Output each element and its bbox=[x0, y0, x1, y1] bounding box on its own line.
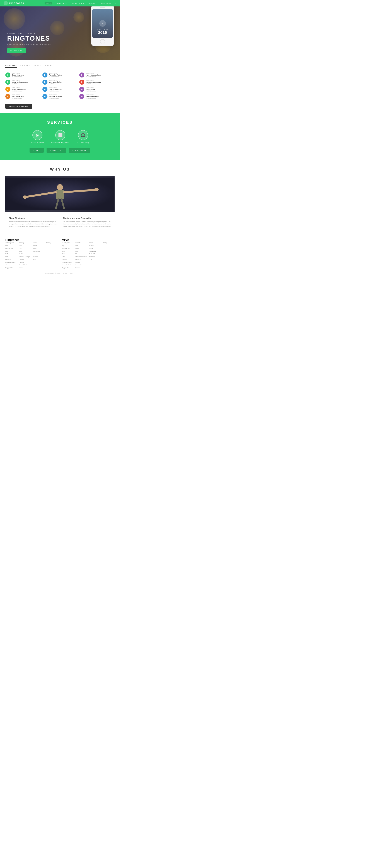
footer-link[interactable]: Political bbox=[75, 261, 87, 264]
ringtone-icon: D bbox=[79, 72, 84, 78]
footer-link[interactable]: Alerts & Alarms bbox=[33, 253, 44, 255]
footer-link[interactable]: Other bbox=[33, 258, 44, 261]
footer-link[interactable]: Comedy bbox=[75, 242, 87, 244]
see-all-button[interactable]: SEE ALL RINGTONES bbox=[5, 104, 32, 108]
sort-tab-relevance[interactable]: RELEVANCE bbox=[5, 64, 17, 68]
ringtone-icon: D bbox=[5, 80, 10, 85]
ringtone-category: Sound Effects bbox=[12, 87, 26, 88]
ringtone-item[interactable]: P Sound Effects 2015 blackberry 26,789 d… bbox=[5, 94, 41, 99]
footer-link[interactable]: Latin bbox=[62, 255, 73, 258]
ringtone-name: Theme Instrumental bbox=[86, 81, 101, 83]
footer-link[interactable]: Other bbox=[89, 258, 101, 261]
footer-link[interactable]: Classical bbox=[19, 258, 31, 261]
footer-link[interactable]: World bbox=[75, 253, 87, 255]
hero-download-button[interactable]: DOWNLOAD bbox=[7, 48, 26, 53]
footer-link[interactable]: Arab Zodiac bbox=[33, 250, 44, 252]
ringtone-item[interactable]: D Sound Effects Romantic Flute... 26,789… bbox=[42, 72, 78, 78]
footer-link[interactable]: Reggae/Ska bbox=[62, 267, 73, 269]
footer-link[interactable]: Sports bbox=[89, 242, 101, 244]
footer-link[interactable]: Rap/Hip Hop bbox=[5, 247, 17, 250]
footer-link[interactable]: World bbox=[19, 253, 31, 255]
ringtone-item[interactable]: D Sound Effects Michael Jackson 26,789 d… bbox=[42, 94, 78, 99]
ringtone-item[interactable]: D Sound Effects Very nice violin... 26,7… bbox=[42, 80, 78, 85]
footer-link[interactable]: Folk bbox=[19, 245, 31, 247]
footer-link[interactable]: Reggae/Ska bbox=[5, 267, 17, 269]
nav-link-ringtones[interactable]: RINGTONES bbox=[55, 2, 68, 4]
footer-link[interactable]: Pop bbox=[62, 245, 73, 247]
ringtone-name: Michael Jackson bbox=[49, 96, 62, 97]
footer-link[interactable]: Pop bbox=[5, 245, 17, 247]
ringtone-icon: S bbox=[5, 72, 10, 78]
sort-tab-rating[interactable]: RATING bbox=[45, 64, 52, 68]
footer-link[interactable]: TV/Movie bbox=[33, 255, 44, 258]
ringtone-item[interactable]: P Sound Effects Sweet Flute Music 26,789… bbox=[5, 87, 41, 92]
footer-link[interactable]: Tactical bbox=[89, 245, 101, 247]
nav-link-contacts[interactable]: CONTACTS bbox=[100, 2, 113, 4]
footer-link[interactable]: Electronic/Dance bbox=[62, 261, 73, 264]
ringtone-name: Hero honda bbox=[86, 88, 96, 90]
ringtones-section: RELEVANCE POPULARITY NEWEST RATING S Sou… bbox=[0, 60, 120, 113]
footer-link[interactable]: Holiday bbox=[103, 242, 115, 244]
footer-link[interactable]: R&B bbox=[62, 253, 73, 255]
footer-link[interactable]: Names bbox=[75, 267, 87, 269]
footer-link[interactable]: Rock bbox=[5, 250, 17, 252]
footer-link[interactable]: Jazz bbox=[19, 250, 31, 252]
footer-link[interactable]: Classical bbox=[75, 258, 87, 261]
footer-link[interactable]: Sound Effects bbox=[75, 264, 87, 266]
footer-link[interactable]: Sound Effects bbox=[19, 264, 31, 266]
footer-link[interactable]: All Categories bbox=[62, 242, 73, 244]
footer-link[interactable]: Holiday bbox=[47, 242, 58, 244]
ringtone-item[interactable]: D Sound Effects Hero honda 26,789 downlo… bbox=[79, 87, 115, 92]
footer-link[interactable]: Alternative/Indie bbox=[62, 264, 73, 266]
footer-link[interactable]: Nature bbox=[33, 247, 44, 250]
search-icon[interactable]: ⌕ bbox=[115, 2, 116, 4]
nav-link-home[interactable]: HOME bbox=[44, 2, 52, 4]
footer-link[interactable]: All Categories bbox=[5, 242, 17, 244]
ringtone-icon: b bbox=[79, 80, 84, 85]
footer-link[interactable]: TV/Movie bbox=[89, 255, 101, 258]
footer-link[interactable]: Christian & Gospel bbox=[75, 255, 87, 258]
nav-link-about[interactable]: ABOUT ▾ bbox=[88, 2, 98, 4]
service-start-button[interactable]: START bbox=[30, 148, 44, 153]
ringtone-item[interactable]: D Sound Effects Nokia lumia ringtone 26,… bbox=[5, 80, 41, 85]
footer-link[interactable]: Comedy bbox=[19, 242, 31, 244]
ringtone-item[interactable]: S Sound Effects Super ringtones 26,789 d… bbox=[5, 72, 41, 78]
footer-link[interactable]: Blues bbox=[19, 247, 31, 250]
ringtone-item[interactable]: D Sound Effects I Love You ringtone 26,7… bbox=[79, 72, 115, 78]
footer-link[interactable]: Folk bbox=[75, 245, 87, 247]
footer-link[interactable]: Christian & Gospel bbox=[19, 255, 31, 258]
service-label: Create & Share bbox=[31, 142, 44, 144]
footer-link[interactable]: Rock bbox=[62, 250, 73, 252]
nav-link-downloads[interactable]: DOWNLOADS bbox=[71, 2, 85, 4]
footer-link[interactable]: Sports bbox=[33, 242, 44, 244]
service-learn more-button[interactable]: LEARN MORE bbox=[69, 148, 90, 153]
footer-link[interactable]: Latin bbox=[5, 255, 17, 258]
svg-rect-2 bbox=[56, 190, 64, 199]
footer-link[interactable]: Jazz bbox=[75, 250, 87, 252]
footer-link[interactable]: Blues bbox=[75, 247, 87, 250]
ringtone-category: Sound Effects bbox=[49, 94, 62, 95]
sort-tab-newest[interactable]: NEWEST bbox=[35, 64, 42, 68]
footer-link[interactable]: Alternative/Indie bbox=[5, 264, 17, 266]
ringtone-info: Sound Effects Super ringtones 26,789 dow… bbox=[12, 73, 24, 77]
footer-link[interactable]: Political bbox=[19, 261, 31, 264]
footer-link bbox=[103, 264, 115, 266]
ringtone-name: I Love You ringtone bbox=[86, 74, 101, 76]
ringtone-item[interactable]: D Sound Effects Best Bollywood... 26,789… bbox=[42, 87, 78, 92]
ringtone-downloads: 26,789 downloads bbox=[86, 76, 101, 77]
footer-link[interactable]: Nature bbox=[89, 247, 101, 250]
footer-link[interactable]: Alerts & Alarms bbox=[89, 253, 101, 255]
footer-link[interactable]: Classical bbox=[62, 258, 73, 261]
ringtone-item[interactable]: D Sound Effects Top Sweet Violin 26,789 … bbox=[79, 94, 115, 99]
service-download-button[interactable]: DOWNLOAD bbox=[47, 148, 66, 153]
footer-link[interactable]: Electronic/Dance bbox=[5, 261, 17, 264]
footer-link[interactable]: Tactical bbox=[33, 245, 44, 247]
footer-link[interactable]: Rap/Hip Hop bbox=[62, 247, 73, 250]
footer-link[interactable]: Names bbox=[19, 267, 31, 269]
footer-link[interactable]: R&B bbox=[5, 253, 17, 255]
sort-tab-popularity[interactable]: POPULARITY bbox=[20, 64, 32, 68]
ringtone-item[interactable]: b Sound Effects Theme Instrumental 26,78… bbox=[79, 80, 115, 85]
footer-link bbox=[103, 267, 115, 269]
footer-link[interactable]: Arab Zodiac bbox=[89, 250, 101, 252]
footer-link[interactable]: Classical bbox=[5, 258, 17, 261]
